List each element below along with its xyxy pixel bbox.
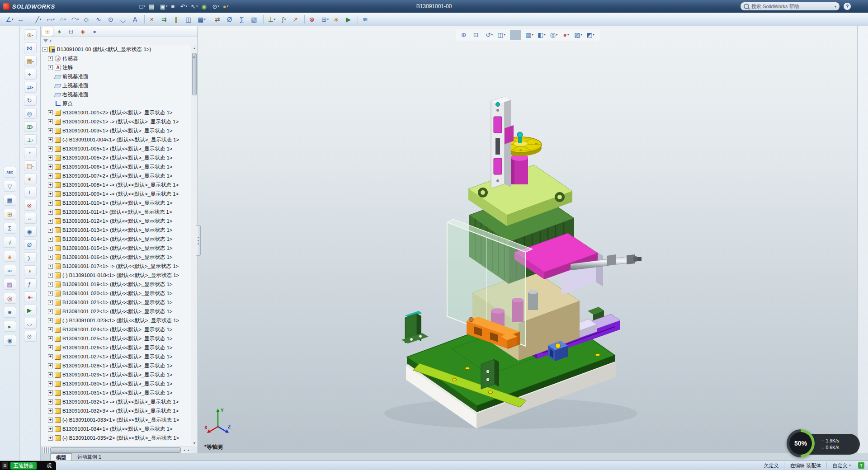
expander-icon[interactable]: + (48, 183, 53, 188)
tree-item[interactable]: + B13091001-025<1> (默认<<默认>_显示状态 1> (41, 334, 191, 343)
expander-icon[interactable]: + (48, 201, 53, 206)
tree-item[interactable]: + B13091001-032<1> -> (默认<<默认>_显示状态 1> (41, 397, 191, 406)
mate-icon[interactable]: ⋈ ▾ (24, 43, 36, 53)
expander-icon[interactable]: + (48, 174, 53, 179)
circle-tool[interactable]: ○ ▾ (57, 14, 69, 24)
help-icon[interactable]: ? (844, 3, 851, 10)
filter-bar[interactable]: ▾ (41, 37, 198, 45)
expander-icon[interactable]: + (48, 56, 53, 61)
undo-button[interactable]: ↶ ▾ (179, 3, 189, 10)
tree-item[interactable]: + B13091001-019<1> (默认<<默认>_显示状态 1> (41, 280, 191, 289)
tree-item[interactable]: 前视基准面 (41, 72, 191, 81)
panel-splitter-handle[interactable] (196, 225, 201, 256)
section-view-icon[interactable]: ◫ ▾ (496, 30, 507, 40)
smart-fasteners-icon[interactable]: + ▾ (24, 69, 36, 79)
expander-icon[interactable]: + (48, 390, 53, 395)
reference-geometry-icon[interactable]: ⊥ ▾ (24, 135, 36, 145)
tree-item[interactable]: + B13091001-003<1> (默认<<默认>_显示状态 1> (41, 126, 191, 135)
offset-tool[interactable]: ∥ ▾ (171, 14, 183, 24)
mass-properties-icon[interactable]: ∑ ▾ (24, 253, 36, 263)
open-button[interactable]: ▤ ▾ (147, 3, 158, 10)
spell-check-tool[interactable]: ≋ ▾ (360, 14, 372, 24)
curvature-icon[interactable]: ◡ ▾ (24, 318, 36, 328)
edit-appearance-icon[interactable]: ● ▾ (561, 30, 572, 40)
tree-item[interactable]: + B13091001-005<2> (默认<<默认>_显示状态 1> (41, 153, 191, 162)
text-tool[interactable]: A ▾ (130, 14, 142, 24)
sketch-button[interactable]: ∠ ▾ (4, 14, 15, 24)
expander-icon[interactable]: + (48, 237, 53, 242)
grid-icon[interactable]: ▦ (4, 195, 16, 205)
tree-item[interactable]: + B13091001-015<1> (默认<<默认>_显示状态 1> (41, 244, 191, 253)
expander-icon[interactable]: + (48, 255, 53, 260)
menu-item[interactable] (78, 5, 85, 7)
tree-item[interactable]: + B13091001-013<1> (默认<<默认>_显示状态 1> (41, 226, 191, 235)
expander-icon[interactable]: + (48, 192, 53, 197)
ellipse-tool[interactable]: ⊙ ▾ (106, 14, 118, 24)
tree-item[interactable]: 上视基准面 (41, 81, 191, 90)
exploded-view-icon[interactable]: ∗ ▾ (24, 174, 36, 184)
tree-horizontal-scrollbar[interactable]: ◂ ▸ (41, 446, 191, 453)
status-help-icon[interactable]: ? (858, 462, 864, 469)
scroll-left-icon[interactable]: ◂ (182, 448, 187, 452)
target-icon[interactable]: ◎ (4, 293, 16, 303)
expander-icon[interactable]: + (48, 110, 53, 115)
display-style-icon[interactable]: ◧ ▾ (536, 30, 547, 40)
memory-usage-ball[interactable]: 50% (787, 429, 815, 457)
configurationmanager-tab[interactable]: ⊟ (66, 27, 76, 36)
clearance-verification-icon[interactable]: ⇔ ▾ (24, 213, 36, 223)
expander-icon[interactable]: + (48, 291, 53, 296)
sensors-icon[interactable]: ◑ ▾ (24, 266, 36, 276)
dimxpertmanager-tab[interactable]: ◈ (77, 27, 88, 36)
equation-icon[interactable]: Σ (4, 223, 16, 233)
expander-icon[interactable]: + (48, 228, 53, 233)
tree-item[interactable]: + B13091001-032<3> -> (默认<<默认>_显示状态 1> (41, 406, 191, 415)
expander-icon[interactable]: + (48, 363, 53, 368)
tree-item[interactable]: + B13091001-026<1> (默认<<默认>_显示状态 1> (41, 343, 191, 352)
expander-icon[interactable]: + (48, 65, 53, 70)
tree-item[interactable]: + 传感器 (41, 54, 191, 63)
select-filter-icon[interactable]: ▽ (4, 181, 16, 191)
expander-icon[interactable]: + (48, 273, 53, 278)
expander-icon[interactable]: + (48, 119, 53, 124)
line-tool[interactable]: ╱ ▾ (33, 14, 44, 24)
expander-icon[interactable]: + (48, 264, 53, 269)
rectangle-tool[interactable]: ▭ ▾ (45, 14, 57, 24)
tree-item[interactable]: + B13091001-011<1> (默认<<默认>_显示状态 1> (41, 207, 191, 216)
tree-item[interactable]: + B13091001-012<1> (默认<<默认>_显示状态 1> (41, 216, 191, 226)
expander-icon[interactable]: + (48, 327, 53, 332)
expander-icon[interactable]: + (48, 354, 53, 359)
curves-tool[interactable]: ∫ ▾ (278, 14, 290, 24)
expander-icon[interactable]: + (48, 300, 53, 305)
explode-line-sketch-icon[interactable]: ≀ ▾ (24, 187, 36, 197)
mirror-tool[interactable]: ◫ ▾ (184, 14, 195, 24)
zoom-area-icon[interactable]: ⊡ ▾ (472, 30, 483, 40)
trim-tool[interactable]: × ▾ (147, 14, 159, 24)
arc-tool[interactable]: ◠ ▾ (69, 14, 81, 24)
expander-icon[interactable]: + (48, 309, 53, 314)
measure-icon[interactable]: Ø ▾ (24, 240, 36, 249)
expander-icon[interactable]: + (48, 210, 53, 215)
panel-collapse-icon[interactable]: » (193, 54, 195, 60)
featuremanager-tree-tab[interactable]: ⊞ (42, 27, 53, 36)
tree-item[interactable]: 右视基准面 (41, 90, 191, 99)
tree-item[interactable]: 原点 (41, 99, 191, 108)
color-swatch-button[interactable]: ● ▾ (222, 3, 230, 10)
menu-item[interactable] (94, 5, 101, 7)
measure-tool[interactable]: Ø ▾ (225, 14, 236, 24)
scroll-up-icon[interactable]: ▲ (191, 45, 198, 52)
motion-study-icon[interactable]: ◔ ▾ (24, 148, 36, 158)
verify-icon[interactable]: √ (4, 237, 16, 247)
tree-item[interactable]: + B13091001-027<1> (默认<<默认>_显示状态 1> (41, 352, 191, 361)
expander-icon[interactable]: + (48, 246, 53, 251)
help-search-box[interactable]: 搜索 SolidWorks 帮助 ▾ (740, 2, 840, 11)
tree-item[interactable]: + 注解 (41, 63, 191, 72)
spline-tool[interactable]: ∿ ▾ (94, 14, 105, 24)
tree-item[interactable]: + (-) B13091001-004<1> (默认<<默认>_显示状态 1> (41, 135, 191, 144)
previous-view-icon[interactable]: ↺ ▾ (484, 30, 495, 40)
simulation-icon[interactable]: ▶ ▾ (24, 305, 36, 315)
expander-icon[interactable]: + (48, 409, 53, 414)
layers-icon[interactable]: ≡ (4, 307, 16, 317)
polygon-tool[interactable]: ◇ ▾ (81, 14, 93, 24)
scroll-down-icon[interactable]: ▼ (191, 440, 198, 446)
tree-item[interactable]: + B13091001-007<2> (默认<<默认>_显示状态 1> (41, 171, 191, 180)
